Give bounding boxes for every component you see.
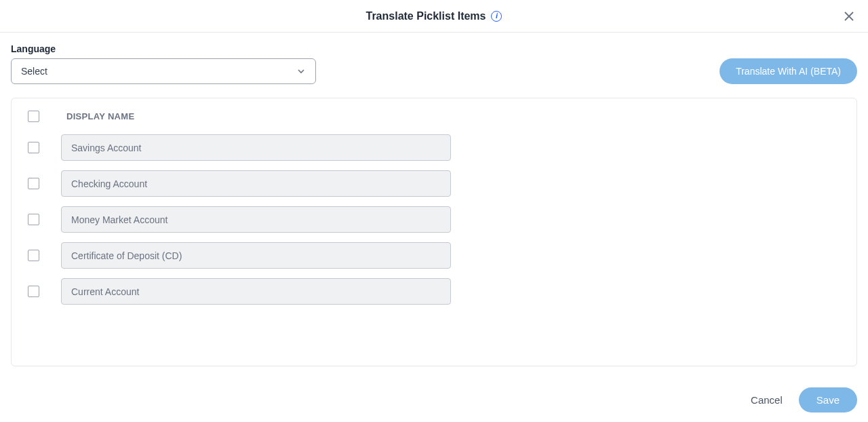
row-checkbox[interactable] [28, 214, 39, 225]
display-name-input[interactable]: Current Account [61, 278, 451, 305]
modal-content: Language Select Translate With AI (BETA)… [0, 33, 868, 377]
info-icon[interactable]: i [491, 11, 502, 22]
row-checkbox[interactable] [28, 286, 39, 297]
modal-header: Translate Picklist Items i [0, 0, 868, 33]
display-name-input[interactable]: Money Market Account [61, 206, 451, 233]
table-body: Savings Account Checking Account Money M… [12, 134, 856, 318]
display-name-input[interactable]: Savings Account [61, 134, 451, 161]
display-name-value: Current Account [71, 286, 139, 297]
language-label: Language [11, 43, 316, 54]
table-row: Money Market Account [28, 206, 840, 233]
display-name-value: Savings Account [71, 142, 142, 153]
row-checkbox[interactable] [28, 142, 39, 153]
display-name-value: Money Market Account [71, 214, 167, 225]
top-controls: Language Select Translate With AI (BETA) [11, 43, 857, 84]
table-row: Checking Account [28, 170, 840, 197]
display-name-input[interactable]: Certificate of Deposit (CD) [61, 242, 451, 269]
language-select[interactable]: Select [11, 58, 316, 84]
display-name-value: Checking Account [71, 178, 147, 189]
display-name-column-header: DISPLAY NAME [66, 111, 134, 121]
cancel-button[interactable]: Cancel [751, 394, 783, 406]
table-row: Current Account [28, 278, 840, 305]
display-name-input[interactable]: Checking Account [61, 170, 451, 197]
modal-title-wrapper: Translate Picklist Items i [366, 10, 502, 22]
table-header: DISPLAY NAME [12, 98, 856, 134]
close-button[interactable] [841, 8, 857, 24]
row-checkbox[interactable] [28, 178, 39, 189]
translate-ai-button[interactable]: Translate With AI (BETA) [719, 58, 857, 84]
select-all-checkbox[interactable] [28, 111, 39, 122]
language-section: Language Select [11, 43, 316, 84]
table-row: Savings Account [28, 134, 840, 161]
picklist-table: DISPLAY NAME Savings Account Checking Ac… [11, 98, 857, 366]
close-icon [844, 12, 854, 21]
modal-footer: Cancel Save [751, 387, 857, 413]
row-checkbox[interactable] [28, 250, 39, 261]
chevron-down-icon [296, 66, 306, 76]
save-button[interactable]: Save [799, 387, 857, 413]
display-name-value: Certificate of Deposit (CD) [71, 250, 182, 261]
language-select-value: Select [21, 66, 47, 77]
table-row: Certificate of Deposit (CD) [28, 242, 840, 269]
modal-title: Translate Picklist Items [366, 10, 486, 22]
